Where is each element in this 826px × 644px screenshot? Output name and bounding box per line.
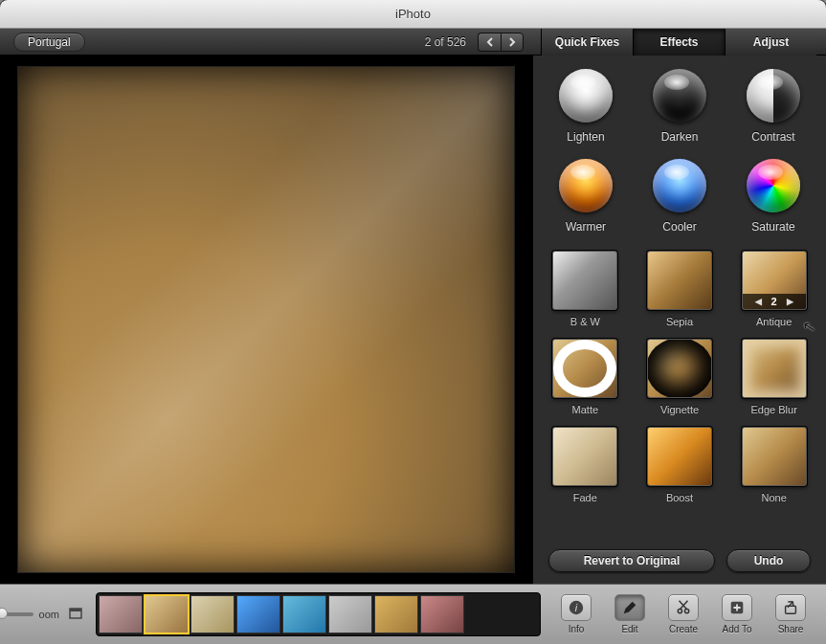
top-toolbar: Portugal 2 of 526 Quick Fixes Effects Ad… [0, 29, 826, 56]
orb-darken[interactable]: Darken [653, 69, 706, 144]
revert-button[interactable]: Revert to Original [548, 549, 715, 572]
tool-label: Share [778, 624, 804, 634]
photo-viewport[interactable] [0, 56, 532, 584]
svg-point-4 [678, 609, 681, 612]
effect-edge-blur[interactable]: Edge Blur [742, 339, 807, 415]
effect-matte[interactable]: Matte [552, 339, 617, 415]
boost-thumbnail [647, 427, 712, 486]
create-button[interactable]: Create [661, 594, 705, 634]
plus-icon [728, 599, 746, 616]
saturate-icon [747, 159, 800, 212]
orb-label: Darken [661, 130, 699, 144]
filmstrip-thumb[interactable] [282, 595, 326, 633]
orb-label: Cooler [662, 220, 696, 233]
tab-adjust[interactable]: Adjust [725, 29, 816, 56]
tool-label: Create [669, 624, 698, 634]
tool-label: Edit [621, 624, 637, 634]
zoom-label: oom [39, 609, 59, 620]
info-icon: i [568, 599, 585, 616]
orb-saturate[interactable]: Saturate [747, 159, 800, 233]
effect-label: Boost [666, 492, 693, 503]
effect-label: Vignette [660, 404, 699, 415]
effect-antique[interactable]: ◀ 2 ▶ ↖ Antique [742, 251, 807, 327]
effects-panel: Lighten Darken Contrast Warmer Cooler [532, 56, 826, 584]
filmstrip-thumb[interactable] [236, 595, 280, 633]
effect-fade[interactable]: Fade [552, 427, 617, 503]
filmstrip-thumb-selected[interactable] [145, 595, 189, 633]
effect-bw[interactable]: B & W [552, 251, 617, 327]
orb-contrast[interactable]: Contrast [747, 69, 800, 144]
orb-label: Contrast [751, 130, 794, 144]
orb-cooler[interactable]: Cooler [653, 159, 706, 233]
effect-label: Sepia [666, 316, 693, 327]
effect-none[interactable]: None [742, 427, 807, 503]
filmstrip-thumb[interactable] [99, 595, 143, 633]
undo-button[interactable]: Undo [726, 549, 811, 572]
main-area: Lighten Darken Contrast Warmer Cooler [0, 56, 826, 584]
effect-label: B & W [570, 316, 600, 327]
app-title: iPhoto [395, 7, 431, 21]
titlebar: iPhoto [0, 0, 826, 29]
filmstrip[interactable] [96, 592, 541, 636]
vignette-thumbnail [647, 339, 712, 398]
tab-quick-fixes[interactable]: Quick Fixes [541, 29, 633, 56]
none-thumbnail [742, 427, 807, 486]
tool-label: Add To [723, 624, 752, 634]
current-photo [17, 66, 515, 573]
prev-photo-button[interactable] [478, 33, 501, 52]
matte-thumbnail [552, 339, 617, 398]
increase-icon[interactable]: ▶ [787, 297, 793, 306]
orb-label: Saturate [751, 220, 794, 233]
fullscreen-icon[interactable] [69, 606, 82, 623]
contrast-icon [747, 69, 800, 122]
edit-button[interactable]: Edit [608, 594, 652, 634]
darken-icon [653, 69, 706, 122]
effect-label: Matte [572, 404, 599, 415]
effect-sepia[interactable]: Sepia [647, 251, 712, 327]
zoom-control[interactable]: oom [0, 606, 82, 623]
edit-mode-tabs: Quick Fixes Effects Adjust [541, 29, 816, 56]
mouse-cursor-icon: ↖ [801, 317, 817, 337]
antique-strength-stepper[interactable]: ◀ 2 ▶ [743, 294, 806, 309]
effect-label: Fade [573, 492, 597, 503]
panel-footer-buttons: Revert to Original Undo [543, 534, 816, 584]
effect-label: Edge Blur [751, 404, 797, 415]
svg-point-5 [684, 609, 688, 612]
effect-boost[interactable]: Boost [647, 427, 712, 503]
tab-effects[interactable]: Effects [633, 29, 725, 56]
arrow-left-icon [485, 37, 495, 47]
filmstrip-thumb[interactable] [328, 595, 372, 633]
svg-rect-7 [786, 606, 796, 613]
orb-label: Lighten [567, 130, 604, 144]
bw-thumbnail [552, 251, 617, 310]
app-window: iPhoto Portugal 2 of 526 Quick Fixes Eff… [0, 0, 826, 644]
album-button[interactable]: Portugal [13, 33, 85, 52]
cooler-icon [653, 159, 706, 212]
sepia-thumbnail [647, 251, 712, 310]
share-icon [782, 599, 799, 616]
antique-thumbnail: ◀ 2 ▶ [742, 251, 807, 310]
zoom-slider[interactable] [0, 612, 33, 616]
decrease-icon[interactable]: ◀ [755, 297, 762, 306]
effect-thumbnails: B & W Sepia ◀ 2 ▶ ↖ Antique [543, 251, 816, 503]
warmer-icon [559, 159, 613, 212]
fade-thumbnail [552, 427, 617, 486]
photo-nav [478, 33, 524, 52]
filmstrip-thumb[interactable] [190, 595, 234, 633]
orb-warmer[interactable]: Warmer [559, 159, 613, 233]
info-button[interactable]: i Info [554, 594, 598, 634]
antique-strength-value: 2 [771, 296, 777, 307]
share-button[interactable]: Share [769, 594, 813, 634]
toolbar-buttons: i Info Edit Create Add To Share [554, 594, 813, 634]
lighten-icon [559, 69, 613, 122]
orb-lighten[interactable]: Lighten [559, 69, 613, 144]
effect-vignette[interactable]: Vignette [647, 339, 712, 415]
zoom-knob[interactable] [0, 608, 8, 619]
next-photo-button[interactable] [501, 33, 524, 52]
add-to-button[interactable]: Add To [715, 594, 759, 634]
edge-blur-thumbnail [742, 339, 807, 398]
filmstrip-thumb[interactable] [374, 595, 418, 633]
filmstrip-thumb[interactable] [420, 595, 464, 633]
tool-label: Info [569, 624, 585, 634]
effect-label: Antique [756, 316, 792, 327]
